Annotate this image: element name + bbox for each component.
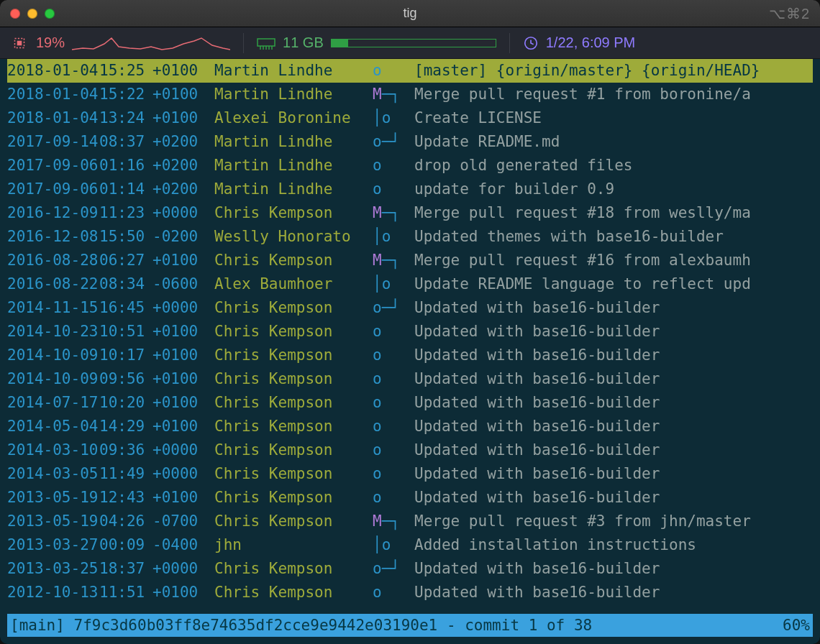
commit-graph: o: [373, 344, 414, 367]
commit-row[interactable]: 2014-03-1009:36+0000Chris Kempsono Updat…: [7, 438, 813, 462]
clock-icon: [523, 35, 539, 51]
commit-hash: 7f9c3d60b03ff8e74635df2cce9e9442e03190e1: [74, 617, 438, 634]
commit-graph: M─┐: [373, 510, 414, 533]
commit-tz: -0400: [152, 533, 214, 557]
commit-message: [master] {origin/master} {origin/HEAD}: [414, 59, 813, 83]
commit-graph: o: [373, 415, 414, 438]
commit-message: Create LICENSE: [414, 106, 813, 130]
commit-row[interactable]: 2018-01-0415:25+0100Martin Lindheo [mast…: [7, 59, 813, 83]
commit-row[interactable]: 2016-08-2806:27+0100Chris KempsonM─┐ Mer…: [7, 249, 813, 272]
titlebar: tig ⌥⌘2: [0, 0, 820, 27]
commit-row[interactable]: 2013-03-2518:37+0000Chris Kempsono─┘ Upd…: [7, 557, 813, 581]
commit-date: 2016-12-09: [7, 201, 99, 225]
commit-row[interactable]: 2014-10-0910:17+0100Chris Kempsono Updat…: [7, 344, 813, 367]
commit-graph: o: [373, 367, 414, 391]
commit-time: 15:22: [99, 83, 152, 106]
commit-date: 2014-10-23: [7, 320, 99, 344]
commit-row[interactable]: 2013-05-1904:26-0700Chris KempsonM─┐ Mer…: [7, 510, 813, 533]
commit-row[interactable]: 2014-11-1516:45+0000Chris Kempsono─┘ Upd…: [7, 296, 813, 320]
commit-row[interactable]: 2014-10-2310:51+0100Chris Kempsono Updat…: [7, 320, 813, 344]
commit-graph: o: [373, 391, 414, 415]
commit-graph: o: [373, 581, 414, 604]
commit-time: 09:36: [99, 438, 152, 462]
commit-tz: +0100: [152, 83, 214, 106]
svg-rect-2: [258, 39, 275, 46]
tig-main-view[interactable]: 2018-01-0415:25+0100Martin Lindheo [mast…: [0, 59, 820, 644]
commit-message: Updated with base16-builder: [414, 557, 813, 581]
commit-row[interactable]: 2014-10-0909:56+0100Chris Kempsono Updat…: [7, 367, 813, 391]
commit-date: 2016-08-22: [7, 272, 99, 296]
commit-time: 08:37: [99, 130, 152, 154]
commit-author: Chris Kempson: [214, 510, 373, 533]
commit-time: 00:09: [99, 533, 152, 557]
commit-message: Added installation instructions: [414, 533, 813, 557]
commit-message: Merge pull request #16 from alexbaumh: [414, 249, 813, 272]
commit-message: Updated with base16-builder: [414, 391, 813, 415]
commit-row[interactable]: 2016-12-0911:23+0000Chris KempsonM─┐ Mer…: [7, 201, 813, 225]
commit-tz: +0100: [152, 581, 214, 604]
ram-value: 11 GB: [283, 34, 324, 51]
commit-graph: │ o: [373, 272, 414, 296]
commit-message: Updated with base16-builder: [414, 296, 813, 320]
commit-tz: -0700: [152, 510, 214, 533]
commit-date: 2012-10-13: [7, 581, 99, 604]
commit-author: Chris Kempson: [214, 415, 373, 438]
commit-row[interactable]: 2014-05-0414:29+0100Chris Kempsono Updat…: [7, 415, 813, 438]
commit-message: Updated with base16-builder: [414, 462, 813, 486]
statusline: [main] 7f9c3d60b03ff8e74635df2cce9e9442e…: [7, 614, 813, 637]
commit-date: 2013-05-19: [7, 510, 99, 533]
commit-date: 2018-01-04: [7, 59, 99, 83]
commit-author: jhn: [214, 533, 373, 557]
commit-row[interactable]: 2016-08-2208:34-0600Alex Baumhoer│ o Upd…: [7, 272, 813, 296]
commit-author: Chris Kempson: [214, 249, 373, 272]
commit-tz: +0000: [152, 557, 214, 581]
commit-time: 15:50: [99, 225, 152, 249]
commit-row[interactable]: 2016-12-0815:50-0200Weslly Honorato│ o U…: [7, 225, 813, 249]
commit-tz: +0000: [152, 201, 214, 225]
commit-date: 2013-05-19: [7, 486, 99, 510]
commit-graph: │ o: [373, 106, 414, 130]
commit-author: Chris Kempson: [214, 557, 373, 581]
commit-date: 2014-03-10: [7, 438, 99, 462]
clock-group: 1/22, 6:09 PM: [523, 34, 636, 51]
commit-message: Update README.md: [414, 130, 813, 154]
commit-message: Updated with base16-builder: [414, 581, 813, 604]
commit-row[interactable]: 2018-01-0415:22+0100Martin LindheM─┐ Mer…: [7, 83, 813, 106]
commit-row[interactable]: 2017-09-0601:14+0200Martin Lindheo updat…: [7, 178, 813, 201]
commit-row[interactable]: 2017-09-1408:37+0200Martin Lindheo─┘ Upd…: [7, 130, 813, 154]
commit-time: 10:20: [99, 391, 152, 415]
commit-tz: -0600: [152, 272, 214, 296]
commit-date: 2017-09-06: [7, 154, 99, 178]
commit-date: 2018-01-04: [7, 106, 99, 130]
commit-author: Chris Kempson: [214, 367, 373, 391]
commit-graph: o: [373, 59, 414, 83]
commit-row[interactable]: 2013-05-1912:43+0100Chris Kempsono Updat…: [7, 486, 813, 510]
commit-author: Chris Kempson: [214, 438, 373, 462]
commit-message: Updated with base16-builder: [414, 486, 813, 510]
commit-author: Chris Kempson: [214, 486, 373, 510]
commit-row[interactable]: 2018-01-0413:24+0100Alexei Boronine│ o C…: [7, 106, 813, 130]
commit-date: 2018-01-04: [7, 83, 99, 106]
commit-row[interactable]: 2013-03-2700:09-0400jhn│ o Added install…: [7, 533, 813, 557]
commit-graph: M─┐: [373, 83, 414, 106]
commit-tz: +0100: [152, 106, 214, 130]
window-title: tig: [0, 6, 820, 21]
commit-author: Martin Lindhe: [214, 178, 373, 201]
commit-list[interactable]: 2018-01-0415:25+0100Martin Lindheo [mast…: [7, 59, 813, 614]
commit-message: Merge pull request #18 from weslly/ma: [414, 201, 813, 225]
commit-row[interactable]: 2014-03-0511:49+0000Chris Kempsono Updat…: [7, 462, 813, 486]
commit-tz: -0200: [152, 225, 214, 249]
divider: [509, 33, 510, 53]
commit-row[interactable]: 2012-10-1311:51+0100Chris Kempsono Updat…: [7, 581, 813, 604]
commit-tz: +0200: [152, 178, 214, 201]
commit-date: 2014-07-17: [7, 391, 99, 415]
commit-time: 06:27: [99, 249, 152, 272]
ram-icon: [257, 36, 275, 50]
commit-graph: │ o: [373, 533, 414, 557]
commit-row[interactable]: 2017-09-0601:16+0200Martin Lindheo drop …: [7, 154, 813, 178]
commit-time: 13:24: [99, 106, 152, 130]
commit-date: 2014-10-09: [7, 344, 99, 367]
commit-graph: o: [373, 486, 414, 510]
cpu-sparkline: [72, 34, 230, 52]
commit-row[interactable]: 2014-07-1710:20+0100Chris Kempsono Updat…: [7, 391, 813, 415]
